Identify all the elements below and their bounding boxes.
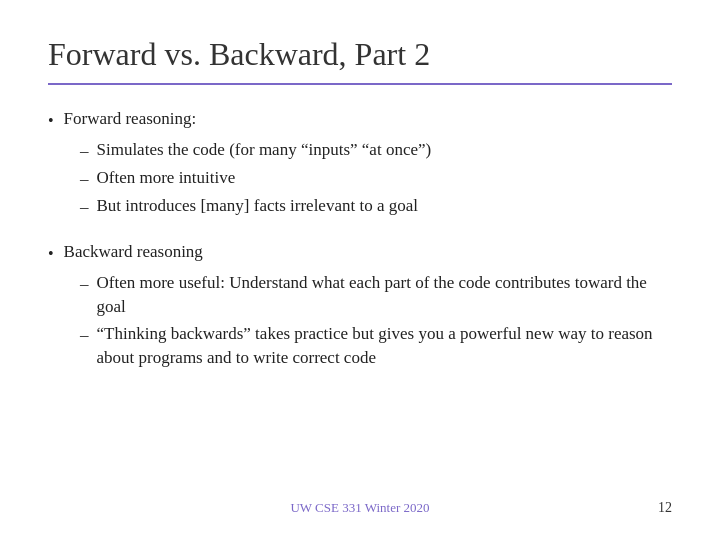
- list-item: – But introduces [many] facts irrelevant…: [80, 194, 672, 219]
- dash-icon-5: –: [80, 323, 89, 347]
- backward-sub-1: Often more useful: Understand what each …: [97, 271, 673, 319]
- forward-sub-3: But introduces [many] facts irrelevant t…: [97, 194, 673, 218]
- slide-title: Forward vs. Backward, Part 2: [48, 36, 672, 73]
- footer-page-number: 12: [658, 500, 672, 516]
- dash-icon-4: –: [80, 272, 89, 296]
- slide-footer: UW CSE 331 Winter 2020 12: [48, 484, 672, 516]
- backward-reasoning-main: • Backward reasoning: [48, 242, 672, 263]
- forward-sub-bullets: – Simulates the code (for many “inputs” …: [80, 138, 672, 218]
- footer-course: UW CSE 331 Winter 2020: [290, 500, 429, 516]
- dash-icon-2: –: [80, 167, 89, 191]
- backward-reasoning-label: Backward reasoning: [64, 242, 203, 262]
- dash-icon-1: –: [80, 139, 89, 163]
- bullet-dot-1: •: [48, 112, 54, 130]
- backward-sub-2: “Thinking backwards” takes practice but …: [97, 322, 673, 370]
- forward-sub-1: Simulates the code (for many “inputs” “a…: [97, 138, 673, 162]
- slide: Forward vs. Backward, Part 2 • Forward r…: [0, 0, 720, 540]
- forward-reasoning-main: • Forward reasoning:: [48, 109, 672, 130]
- forward-reasoning-label: Forward reasoning:: [64, 109, 197, 129]
- forward-sub-2: Often more intuitive: [97, 166, 673, 190]
- list-item: – Often more useful: Understand what eac…: [80, 271, 672, 319]
- slide-content: • Forward reasoning: – Simulates the cod…: [48, 109, 672, 484]
- bullet-dot-2: •: [48, 245, 54, 263]
- list-item: – Simulates the code (for many “inputs” …: [80, 138, 672, 163]
- dash-icon-3: –: [80, 195, 89, 219]
- list-item: – “Thinking backwards” takes practice bu…: [80, 322, 672, 370]
- backward-sub-bullets: – Often more useful: Understand what eac…: [80, 271, 672, 369]
- title-divider: [48, 83, 672, 85]
- backward-reasoning-section: • Backward reasoning – Often more useful…: [48, 242, 672, 369]
- forward-reasoning-section: • Forward reasoning: – Simulates the cod…: [48, 109, 672, 218]
- list-item: – Often more intuitive: [80, 166, 672, 191]
